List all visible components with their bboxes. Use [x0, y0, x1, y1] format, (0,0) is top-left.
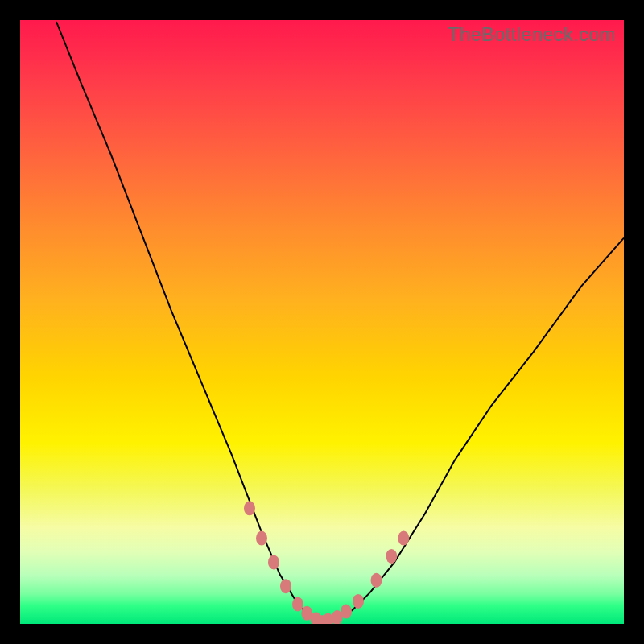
- plot-area: TheBottleneck.com: [20, 20, 624, 624]
- bottleneck-curve-path: [56, 22, 624, 622]
- curve-marker: [353, 594, 364, 609]
- curve-marker: [316, 615, 328, 624]
- watermark-text: TheBottleneck.com: [448, 23, 616, 46]
- curve-marker: [244, 501, 255, 515]
- curve-marker: [386, 549, 397, 564]
- curve-marker: [323, 613, 334, 624]
- curve-marker: [398, 531, 409, 546]
- curve-marker: [332, 610, 343, 624]
- chart-frame: TheBottleneck.com: [0, 0, 644, 644]
- curve-marker: [256, 531, 267, 546]
- curve-marker: [311, 612, 322, 624]
- curve-marker: [371, 573, 382, 588]
- curve-markers: [244, 501, 409, 624]
- curve-marker: [268, 555, 279, 569]
- curve-marker: [280, 579, 291, 593]
- curve-marker: [341, 605, 352, 619]
- curve-marker: [292, 597, 303, 612]
- curve-marker: [301, 606, 312, 621]
- bottleneck-curve-svg: [20, 20, 624, 624]
